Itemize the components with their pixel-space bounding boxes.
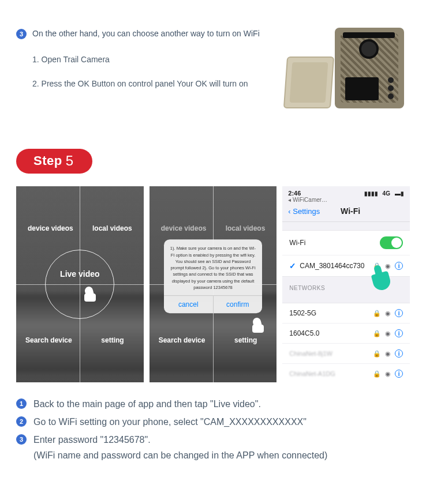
info-icon[interactable]: i [395,309,403,317]
step5-screenshot-row: device videos local videos Search device… [0,186,426,382]
wifi-connected-name: CAM_3801464cc730 [300,262,373,270]
instruction-2: 2 Go to WiFi setting on your phone, sele… [16,415,410,430]
instruction-3-note: (WiFi name and password can be changed i… [33,450,410,461]
intro-section: 3 On the other hand, you can choose anot… [0,0,426,126]
bullet-2: 2 [16,416,27,427]
popup-message: 1). Make sure your camera is on and the … [164,240,262,296]
instruction-1-text: Back to the main page of app and then ta… [33,397,261,412]
tip-sub-1: 1. Open Trail Camera [32,53,266,66]
tip-3: 3 On the other hand, you can choose anot… [16,28,266,40]
back-to-app[interactable]: ◂ WiFiCamer… [282,197,410,203]
lock-icon: 🔒 [373,310,381,317]
status-network: 4G [383,190,390,197]
info-icon[interactable]: i [395,349,403,358]
wifi-signal-icon: ◉ [385,310,391,317]
instruction-3-text: Enter password "12345678". [33,433,151,447]
wifi-network-name: 1502-5G [289,309,373,317]
wifi-signal-icon: ◉ [385,262,391,270]
wifi-network-name: 1604C5.0 [289,329,373,337]
step-5-badge: Step 5 [16,149,92,174]
wifi-network-name: ChinaNet-8j1W [289,350,373,357]
wifi-signal-icon: ◉ [385,350,391,358]
quad-setting-2: setting [234,336,257,344]
quad-setting: setting [101,336,124,344]
step5-instructions: 1 Back to the main page of app and then … [0,382,426,461]
wifi-toggle[interactable] [380,236,403,249]
networks-list: 1502-5G🔒◉i1604C5.0🔒◉iChinaNet-8j1W🔒◉iChi… [282,303,410,382]
step-label: Step [33,153,62,168]
status-time: 2:46 [288,190,301,197]
tap-hand-icon [82,285,98,302]
signal-bars-icon: ▮▮▮▮ [364,190,378,197]
battery-icon: ▬▮ [395,190,404,197]
tip-sub-2: 2. Press the OK Button on control panel … [32,77,266,90]
tip-text: On the other hand, you can choose anothe… [32,28,260,40]
lock-icon: 🔒 [373,350,381,358]
quad-device-videos-2: device videos [161,224,207,232]
networks-section-label: NETWORKS [282,277,410,295]
wifi-network-row[interactable]: 1604C5.0🔒◉i [282,324,410,344]
quad-device-videos: device videos [28,224,73,232]
phone-wifi-screenshot: 2:46 ▮▮▮▮ 4G ▬▮ ◂ WiFiCamer… ‹ Settings … [282,186,410,382]
wifi-instructions-popup: 1). Make sure your camera is on and the … [164,240,262,314]
tip-number-badge: 3 [16,29,27,39]
live-video-label: Live video [60,269,99,279]
wifi-network-row[interactable]: ChinaNet-A1DG🔒◉i [282,364,410,382]
wifi-network-row[interactable]: ChinaNet-8j1W🔒◉i [282,344,410,364]
popup-cancel-button[interactable]: cancel [164,296,213,313]
quad-local-videos-2: local videos [226,224,266,232]
wifi-network-name: ChinaNet-A1DG [289,370,373,377]
lock-icon: 🔒 [373,330,381,337]
wifi-signal-icon: ◉ [385,330,391,337]
wifi-connected-row[interactable]: ✓ CAM_3801464cc730 🔒 ◉ i [282,255,410,276]
wifi-title: Wi-Fi [297,206,404,216]
info-icon[interactable]: i [395,262,403,270]
wifi-label: Wi-Fi [289,239,380,247]
trail-camera-image [277,28,410,114]
instruction-1: 1 Back to the main page of app and then … [16,397,410,412]
status-bar: 2:46 ▮▮▮▮ 4G ▬▮ [282,186,410,197]
wifi-toggle-row[interactable]: Wi-Fi [282,231,410,255]
checkmark-icon: ✓ [289,261,296,270]
quad-search-device: Search device [25,336,72,344]
live-video-button[interactable]: Live video [45,250,114,319]
instruction-3: 3 Enter password "12345678". [16,433,410,447]
tap-hand-icon [250,317,266,333]
popup-confirm-button[interactable]: confirm [213,296,263,313]
wifi-network-row[interactable]: 1502-5G🔒◉i [282,303,410,324]
app-main-screenshot: device videos local videos Search device… [16,186,144,382]
bullet-3: 3 [16,434,27,445]
info-icon[interactable]: i [395,370,403,378]
lock-icon: 🔒 [373,370,381,378]
bullet-1: 1 [16,398,27,409]
app-popup-screenshot: device videos local videos Search device… [150,186,277,382]
step-number: 5 [66,153,74,169]
quad-search-device-2: Search device [159,336,205,344]
instruction-2-text: Go to WiFi setting on your phone, select… [33,415,307,430]
wifi-signal-icon: ◉ [385,370,391,378]
info-icon[interactable]: i [395,329,403,337]
quad-local-videos: local videos [92,224,132,232]
